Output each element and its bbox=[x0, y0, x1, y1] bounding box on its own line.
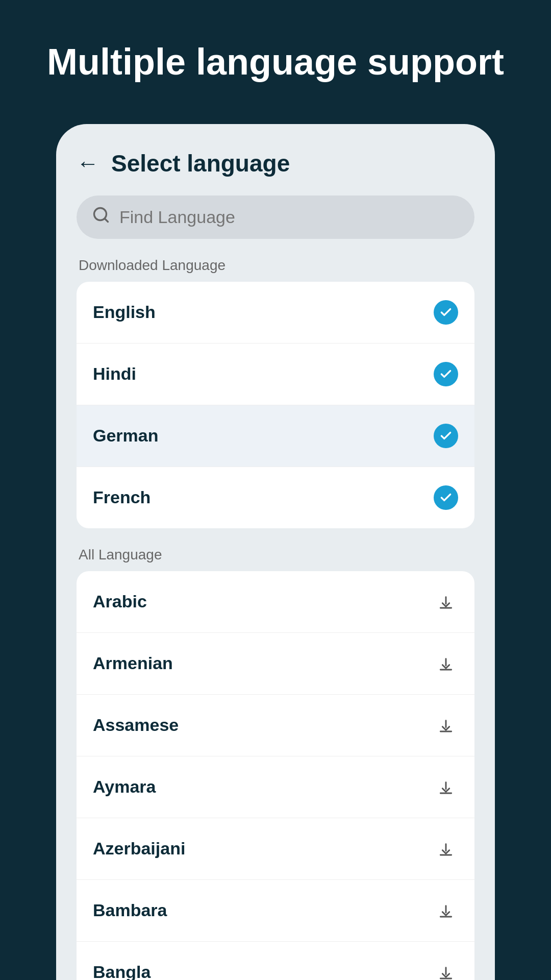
language-item-azerbaijani[interactable]: Azerbaijani bbox=[77, 818, 474, 880]
language-name: Bangla bbox=[93, 962, 151, 980]
language-name: French bbox=[93, 487, 151, 507]
language-name: Assamese bbox=[93, 715, 179, 735]
language-name: English bbox=[93, 302, 156, 322]
download-icon bbox=[434, 837, 458, 861]
all-section-label: All Language bbox=[77, 547, 474, 563]
downloaded-language-list: English Hindi German bbox=[77, 282, 474, 528]
search-bar[interactable] bbox=[77, 195, 474, 239]
language-item-hindi[interactable]: Hindi bbox=[77, 344, 474, 405]
download-icon bbox=[434, 898, 458, 923]
language-name: Aymara bbox=[93, 777, 156, 797]
language-item-bangla[interactable]: Bangla bbox=[77, 942, 474, 980]
download-icon bbox=[434, 590, 458, 614]
search-icon bbox=[92, 206, 110, 229]
download-icon bbox=[434, 775, 458, 799]
language-item-english[interactable]: English bbox=[77, 282, 474, 344]
check-icon bbox=[434, 485, 458, 510]
language-name: Arabic bbox=[93, 592, 147, 611]
screen-title: Select language bbox=[111, 150, 290, 177]
language-item-arabic[interactable]: Arabic bbox=[77, 571, 474, 633]
language-item-aymara[interactable]: Aymara bbox=[77, 756, 474, 818]
search-input[interactable] bbox=[119, 207, 459, 227]
language-name: Hindi bbox=[93, 364, 136, 384]
check-icon bbox=[434, 424, 458, 448]
download-icon bbox=[434, 651, 458, 676]
language-item-german[interactable]: German bbox=[77, 405, 474, 467]
main-card: ← Select language Downloaded Language En… bbox=[56, 124, 495, 980]
all-language-list: Arabic Armenian Assamese bbox=[77, 571, 474, 980]
check-icon bbox=[434, 362, 458, 386]
language-item-assamese[interactable]: Assamese bbox=[77, 695, 474, 756]
language-name: German bbox=[93, 426, 159, 446]
back-button[interactable]: ← bbox=[77, 152, 99, 175]
language-name: Azerbaijani bbox=[93, 839, 185, 859]
language-name: Bambara bbox=[93, 900, 167, 920]
language-item-bambara[interactable]: Bambara bbox=[77, 880, 474, 942]
language-name: Armenian bbox=[93, 653, 173, 673]
screen-header: ← Select language bbox=[77, 150, 474, 177]
downloaded-section-label: Downloaded Language bbox=[77, 257, 474, 274]
download-icon bbox=[434, 713, 458, 738]
language-item-armenian[interactable]: Armenian bbox=[77, 633, 474, 695]
svg-line-1 bbox=[105, 218, 108, 222]
page-title: Multiple language support bbox=[6, 41, 545, 83]
check-icon bbox=[434, 300, 458, 325]
download-icon bbox=[434, 960, 458, 980]
language-item-french[interactable]: French bbox=[77, 467, 474, 528]
